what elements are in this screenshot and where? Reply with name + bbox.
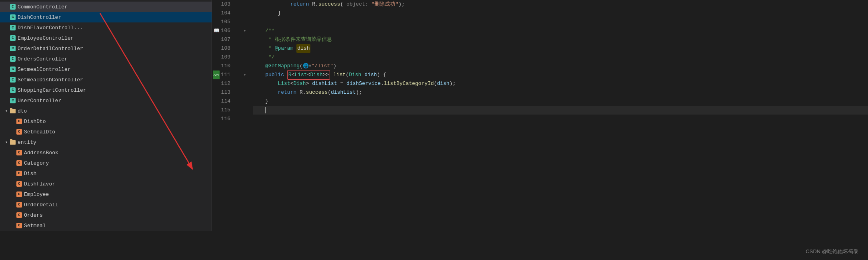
- tree-item-label: DishController: [18, 14, 61, 20]
- code-line-114: }: [253, 97, 868, 106]
- code-line-107: * 根据条件来查询菜品信息: [253, 35, 868, 44]
- tree-item-CommonController[interactable]: CommonController: [0, 2, 212, 12]
- tree-item-label: Category: [24, 160, 49, 166]
- gutter-107: [240, 35, 250, 44]
- tree-item-label: OrderDetail: [24, 202, 58, 208]
- gutter-110: [240, 62, 250, 71]
- tree-item-label: CommonController: [18, 4, 68, 10]
- class-icon: [16, 191, 22, 198]
- code-line-110: @GetMapping(🌐∨"/list"): [253, 62, 868, 71]
- code-gutter: ▾ ▾: [240, 0, 250, 260]
- class-icon: [16, 202, 22, 208]
- tree-item-SetmealDto[interactable]: SetmealDto: [0, 127, 212, 137]
- code-line-115: [253, 106, 868, 115]
- tree-item-EmployeeController[interactable]: EmployeeController: [0, 33, 212, 43]
- class-icon: [16, 118, 22, 125]
- code-line-109: */: [253, 53, 868, 62]
- line-num-106: 📖 106: [212, 26, 234, 35]
- gutter-106[interactable]: ▾: [240, 26, 250, 35]
- class-icon: [16, 212, 22, 218]
- tree-item-label: OrdersController: [18, 56, 68, 62]
- tree-item-OrderDetailController[interactable]: OrderDetailController: [0, 43, 212, 54]
- tree-item-Orders[interactable]: Orders: [0, 210, 212, 220]
- controller-icon: [10, 4, 16, 10]
- controller-icon: [10, 77, 16, 83]
- tree-item-label: EmployeeController: [18, 35, 74, 41]
- tree-item-label: SetmealDto: [24, 129, 55, 135]
- code-line-112: List<Dish> dishList = dishService.listBy…: [253, 79, 868, 88]
- tree-item-OrdersController[interactable]: OrdersController: [0, 54, 212, 64]
- tree-item-Dish[interactable]: Dish: [0, 168, 212, 179]
- gutter-113: [240, 88, 250, 97]
- gutter-111[interactable]: ▾: [240, 71, 250, 79]
- class-icon: [16, 160, 22, 166]
- folder-icon: [10, 108, 16, 114]
- code-line-108: * @param dish: [253, 44, 868, 53]
- folder-icon: [10, 139, 16, 145]
- controller-icon: [10, 24, 16, 31]
- gutter-108: [240, 44, 250, 53]
- file-tree-sidebar: CommonController DishController DishFlav…: [0, 0, 212, 260]
- line-numbers: 103 104 105 📖 106 107 108 109 110 API 11…: [212, 0, 240, 260]
- class-icon: [16, 222, 22, 229]
- line-num-108: 108: [212, 44, 234, 53]
- tree-item-DishFlavor[interactable]: DishFlavor: [0, 179, 212, 189]
- tree-item-label: DishFlavor: [24, 181, 55, 187]
- line-num-105: 105: [212, 18, 234, 26]
- tree-item-DishFlavorController[interactable]: DishFlavorControll...: [0, 22, 212, 33]
- code-editor: 103 104 105 📖 106 107 108 109 110 API 11…: [212, 0, 868, 260]
- tree-item-Employee[interactable]: Employee: [0, 189, 212, 200]
- tree-item-label: DishDto: [24, 119, 46, 125]
- line-num-112: 112: [212, 79, 234, 88]
- code-line-105: [253, 18, 868, 26]
- code-line-111: public R<List<Dish>> list(Dish dish) {: [253, 71, 868, 79]
- tree-item-label: SetmealDishController: [18, 77, 83, 83]
- line-num-115: 115: [212, 106, 234, 115]
- tree-item-label: DishFlavorControll...: [18, 25, 83, 31]
- tree-item-entity[interactable]: ▾ entity: [0, 137, 212, 147]
- gutter-116: [240, 115, 250, 123]
- line-num-107: 107: [212, 35, 234, 44]
- gutter-103: [240, 0, 250, 9]
- code-content[interactable]: return R.success( object: "删除成功"); } /**…: [250, 0, 868, 260]
- tree-item-SetmealController[interactable]: SetmealController: [0, 64, 212, 75]
- tree-item-AddressBook[interactable]: AddressBook: [0, 147, 212, 158]
- class-icon: [16, 181, 22, 187]
- tree-item-SetmealDishController[interactable]: SetmealDishController: [0, 75, 212, 85]
- tree-item-UserController[interactable]: UserController: [0, 95, 212, 106]
- tree-item-label: Setmeal: [24, 223, 46, 229]
- code-line-113: return R.success(dishList);: [253, 88, 868, 97]
- controller-icon: [10, 56, 16, 62]
- tree-item-label: SetmealController: [18, 67, 71, 73]
- tree-expand-arrow: ▾: [3, 108, 10, 114]
- gutter-115: [240, 106, 250, 115]
- tree-item-label: UserController: [18, 98, 61, 104]
- tree-item-DishController[interactable]: DishController: [0, 12, 212, 22]
- tree-item-label: dto: [18, 108, 27, 114]
- code-line-116: [253, 115, 868, 123]
- project-tree[interactable]: CommonController DishController DishFlav…: [0, 0, 212, 231]
- tree-item-label: AddressBook: [24, 150, 58, 156]
- code-line-103: return R.success( object: "删除成功");: [253, 0, 868, 9]
- tree-item-ShoppingCartController[interactable]: ShoppingCartController: [0, 85, 212, 95]
- line-num-116: 116: [212, 115, 234, 123]
- tree-item-dto[interactable]: ▾ dto: [0, 106, 212, 116]
- controller-icon: [10, 66, 16, 73]
- gutter-105: [240, 18, 250, 26]
- code-line-104: }: [253, 9, 868, 18]
- controller-icon: [10, 14, 16, 20]
- class-icon: [16, 170, 22, 177]
- gutter-104: [240, 9, 250, 18]
- controller-icon: [10, 87, 16, 93]
- tree-item-DishDto[interactable]: DishDto: [0, 116, 212, 127]
- tree-item-Setmeal[interactable]: Setmeal: [0, 220, 212, 231]
- line-num-111: API 111: [212, 71, 234, 79]
- code-line-106: /**: [253, 26, 868, 35]
- line-num-103: 103: [212, 0, 234, 9]
- tree-item-Category[interactable]: Category: [0, 158, 212, 168]
- tree-item-OrderDetail[interactable]: OrderDetail: [0, 200, 212, 210]
- gutter-114: [240, 97, 250, 106]
- tree-item-label: OrderDetailController: [18, 46, 83, 52]
- controller-icon: [10, 45, 16, 52]
- line-num-114: 114: [212, 97, 234, 106]
